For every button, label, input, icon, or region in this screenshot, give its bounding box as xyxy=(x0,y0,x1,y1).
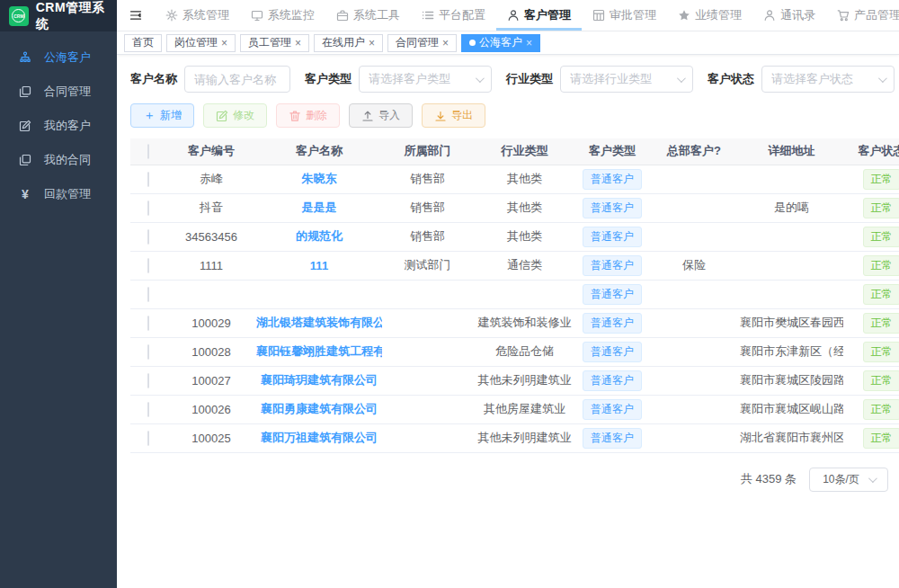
industry-cell: 建筑装饰和装修业 xyxy=(473,308,576,337)
tab-label: 公海客户 xyxy=(479,35,522,50)
status-cell: 正常 xyxy=(843,280,899,308)
row-checkbox[interactable] xyxy=(147,373,149,388)
sidebar-item-公海客户[interactable]: 公海客户 xyxy=(0,40,117,75)
filter-select-客户类型[interactable]: 请选择客户类型 xyxy=(359,66,492,93)
department-cell: 销售部 xyxy=(382,165,473,193)
user-icon xyxy=(763,9,776,22)
nav-item-系统监控[interactable]: 系统监控 xyxy=(240,0,325,31)
active-dot-icon xyxy=(469,40,476,46)
customer-name-cell: 襄阳勇康建筑有限公司 xyxy=(256,395,382,423)
customer-type-badge: 普通客户 xyxy=(583,255,642,276)
hq-customer-cell xyxy=(648,165,740,193)
customer-type-badge: 普通客户 xyxy=(583,284,642,305)
hq-customer-cell xyxy=(648,193,740,222)
customer-name-link[interactable]: 是是是 xyxy=(302,200,337,214)
status-badge: 正常 xyxy=(863,255,899,276)
nav-item-业绩管理[interactable]: 业绩管理 xyxy=(667,0,752,31)
customer-name-link[interactable]: 111 xyxy=(310,259,328,272)
sidebar-item-回款管理[interactable]: ¥回款管理 xyxy=(0,177,117,211)
customer-type-cell: 普通客户 xyxy=(576,251,648,280)
customer-name-link[interactable]: 襄阳钰馨翊胜建筑工程有限公司 xyxy=(256,344,382,358)
crm-logo-icon: CRM xyxy=(9,6,29,26)
address-cell: 襄阳市襄城区岘山路4... xyxy=(740,395,843,423)
row-checkbox[interactable] xyxy=(147,172,149,187)
filter-label: 客户状态 xyxy=(708,71,754,87)
tab-合同管理[interactable]: 合同管理× xyxy=(387,34,457,52)
customer-name-link[interactable]: 襄阳万祖建筑有限公司 xyxy=(261,431,378,444)
monitor-icon xyxy=(251,9,263,22)
customer-name-link[interactable]: 的规范化 xyxy=(296,229,343,243)
filter-客户名称: 客户名称 xyxy=(130,66,290,93)
address-cell: 襄阳市襄城区陵园路... xyxy=(740,366,843,395)
button-label: 导出 xyxy=(451,108,473,123)
nav-item-通讯录[interactable]: 通讯录 xyxy=(752,0,826,31)
row-checkbox[interactable] xyxy=(147,200,149,216)
导入-button[interactable]: 导入 xyxy=(349,103,413,128)
customer-name-link[interactable]: 朱晓东 xyxy=(302,172,337,185)
chevron-down-icon xyxy=(878,74,887,83)
sidebar-item-我的客户[interactable]: 我的客户 xyxy=(0,109,117,143)
tab-岗位管理[interactable]: 岗位管理× xyxy=(166,34,236,52)
tab-在线用户[interactable]: 在线用户× xyxy=(314,34,383,52)
status-cell: 正常 xyxy=(843,251,899,280)
filter-input-客户名称[interactable] xyxy=(184,66,290,93)
customer-type-cell: 普通客户 xyxy=(576,165,648,193)
row-checkbox[interactable] xyxy=(147,344,149,360)
close-icon[interactable]: × xyxy=(526,38,532,49)
nav-item-客户管理[interactable]: 客户管理 xyxy=(496,0,582,31)
total-count: 共 4359 条 xyxy=(741,471,797,487)
chevron-down-icon xyxy=(476,74,485,83)
row-select-cell xyxy=(130,165,166,193)
department-cell: 销售部 xyxy=(382,193,473,222)
row-checkbox[interactable] xyxy=(147,316,149,331)
customer-name-cell: 襄阳钰馨翊胜建筑工程有限公司 xyxy=(256,337,382,366)
nav-item-平台配置[interactable]: 平台配置 xyxy=(411,0,496,31)
sidebar-item-label: 回款管理 xyxy=(44,186,91,202)
address-cell xyxy=(740,222,843,251)
tab-公海客户[interactable]: 公海客户× xyxy=(461,34,540,52)
nav-item-label: 系统监控 xyxy=(268,7,315,23)
tab-员工管理[interactable]: 员工管理× xyxy=(240,34,309,52)
table-row: 100027襄阳琦玥建筑有限公司其他未列明建筑业普通客户襄阳市襄城区陵园路...… xyxy=(130,366,899,395)
row-checkbox[interactable] xyxy=(147,431,149,446)
row-select-cell xyxy=(130,423,166,452)
sidebar-item-合同管理[interactable]: 合同管理 xyxy=(0,75,117,109)
nav-item-label: 系统工具 xyxy=(353,7,400,23)
close-icon[interactable]: × xyxy=(295,38,301,49)
page-size-select[interactable]: 10条/页 xyxy=(809,468,888,492)
tab-首页[interactable]: 首页 xyxy=(124,34,162,52)
org-icon xyxy=(18,51,32,64)
row-checkbox[interactable] xyxy=(147,229,149,245)
sidebar-item-我的合同[interactable]: 我的合同 xyxy=(0,143,117,177)
plus-icon: ＋ xyxy=(143,109,156,122)
filter-行业类型: 行业类型请选择行业类型 xyxy=(506,66,693,93)
导出-button[interactable]: 导出 xyxy=(422,103,485,128)
customer-name-link[interactable]: 襄阳琦玥建筑有限公司 xyxy=(261,373,378,387)
row-checkbox[interactable] xyxy=(147,287,149,302)
nav-item-系统工具[interactable]: 系统工具 xyxy=(325,0,411,31)
nav-item-系统管理[interactable]: 系统管理 xyxy=(155,0,240,31)
filter-select-客户状态[interactable]: 请选择客户状态 xyxy=(761,66,895,93)
table-row: 赤峰朱晓东销售部其他类普通客户正常 xyxy=(130,165,899,193)
close-icon[interactable]: × xyxy=(442,38,449,49)
customer-code-cell: 100026 xyxy=(166,395,256,423)
sidebar-item-label: 合同管理 xyxy=(44,84,91,100)
close-icon[interactable]: × xyxy=(221,38,227,49)
select-all-checkbox[interactable] xyxy=(147,144,149,159)
filter-select-行业类型[interactable]: 请选择行业类型 xyxy=(560,66,693,93)
nav-item-审批管理[interactable]: 审批管理 xyxy=(582,0,667,31)
address-cell: 襄阳市樊城区春园西... xyxy=(740,308,843,337)
menu-fold-icon[interactable] xyxy=(117,0,155,31)
新增-button[interactable]: ＋新增 xyxy=(130,103,194,128)
tab-label: 员工管理 xyxy=(248,35,291,50)
table-row: 100025襄阳万祖建筑有限公司其他未列明建筑业普通客户湖北省襄阳市襄州区...… xyxy=(130,423,899,452)
row-checkbox[interactable] xyxy=(147,402,149,417)
row-select-cell xyxy=(130,366,166,395)
row-checkbox[interactable] xyxy=(147,258,149,273)
tab-label: 岗位管理 xyxy=(174,35,218,50)
chevron-down-icon xyxy=(677,74,686,83)
nav-item-产品管理[interactable]: 产品管理 xyxy=(826,0,899,31)
customer-name-link[interactable]: 湖北银塔建筑装饰有限公司 xyxy=(256,316,382,329)
customer-name-link[interactable]: 襄阳勇康建筑有限公司 xyxy=(261,402,378,415)
close-icon[interactable]: × xyxy=(369,38,375,49)
